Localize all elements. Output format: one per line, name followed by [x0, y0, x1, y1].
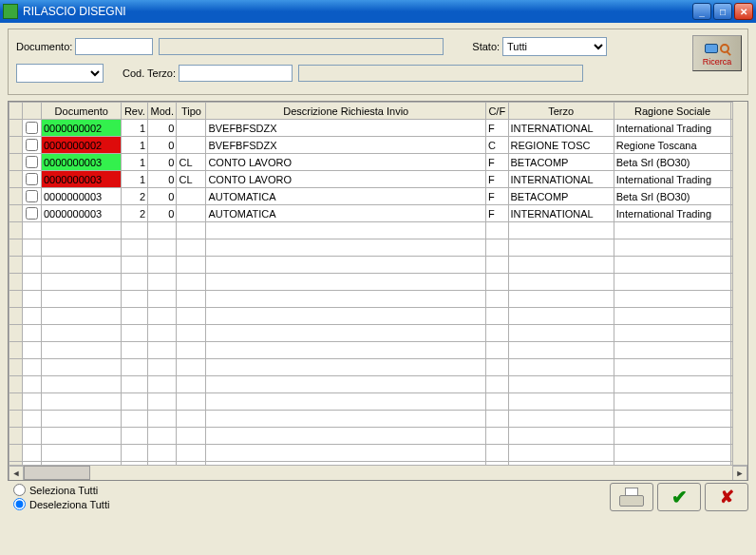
col-terzo[interactable]: Terzo: [508, 103, 614, 120]
cell-mod[interactable]: 0: [148, 154, 177, 171]
cell-descrizione[interactable]: BVEFBFSDZX: [206, 120, 486, 137]
cell-tipo[interactable]: [177, 205, 206, 222]
cell-documento[interactable]: 0000000003: [42, 188, 122, 205]
row-selector[interactable]: [9, 137, 23, 154]
documento-input[interactable]: [75, 38, 153, 55]
table-row[interactable]: 000000000210BVEFBFSDZXFINTERNATIONALInte…: [9, 120, 747, 137]
cell-cf[interactable]: C: [486, 137, 508, 154]
table-row[interactable]: 000000000210BVEFBFSDZXCREGIONE TOSCRegio…: [9, 137, 747, 154]
cell-cf[interactable]: F: [486, 171, 508, 188]
cancel-button[interactable]: ✘: [705, 483, 748, 511]
table-row-empty[interactable]: [9, 342, 747, 359]
cell-ragione[interactable]: Beta Srl (BO30): [614, 154, 731, 171]
cell-rev[interactable]: 2: [122, 205, 148, 222]
cell-descrizione[interactable]: CONTO LAVORO: [206, 171, 486, 188]
cell-terzo[interactable]: INTERNATIONAL: [508, 205, 614, 222]
cell-rev[interactable]: 1: [122, 120, 148, 137]
cell-tipo[interactable]: CL: [177, 154, 206, 171]
cell-cf[interactable]: F: [486, 188, 508, 205]
col-documento[interactable]: Documento: [42, 103, 122, 120]
cell-documento[interactable]: 0000000002: [42, 137, 122, 154]
cell-terzo[interactable]: REGIONE TOSC: [508, 137, 614, 154]
ricerca-button[interactable]: Ricerca: [692, 35, 742, 71]
cell-documento[interactable]: 0000000003: [42, 171, 122, 188]
table-row-empty[interactable]: [9, 428, 747, 445]
row-checkbox[interactable]: [26, 122, 38, 134]
cell-mod[interactable]: 0: [148, 205, 177, 222]
table-row-empty[interactable]: [9, 411, 747, 428]
table-row-empty[interactable]: [9, 257, 747, 274]
cell-rev[interactable]: 1: [122, 171, 148, 188]
cell-ragione[interactable]: Beta Srl (BO30): [614, 188, 731, 205]
table-row-empty[interactable]: [9, 359, 747, 376]
cell-mod[interactable]: 0: [148, 120, 177, 137]
cell-mod[interactable]: 0: [148, 171, 177, 188]
cell-documento[interactable]: 0000000002: [42, 120, 122, 137]
vertical-scrollbar[interactable]: [732, 102, 747, 465]
deseleziona-tutti-radio[interactable]: Deseleziona Tutti: [13, 498, 109, 510]
cod-terzo-input[interactable]: [179, 65, 293, 82]
row-checkbox[interactable]: [26, 207, 38, 220]
cell-tipo[interactable]: [177, 137, 206, 154]
row-selector[interactable]: [9, 120, 23, 137]
cell-rev[interactable]: 1: [122, 137, 148, 154]
cell-cf[interactable]: F: [486, 120, 508, 137]
table-row-empty[interactable]: [9, 325, 747, 342]
cell-cf[interactable]: F: [486, 154, 508, 171]
scroll-right-button[interactable]: ►: [732, 466, 747, 481]
cell-descrizione[interactable]: AUTOMATICA: [206, 205, 486, 222]
results-grid[interactable]: Documento Rev. Mod. Tipo Descrizione Ric…: [8, 101, 748, 481]
cell-ragione[interactable]: Regione Toscana: [614, 137, 731, 154]
table-row-empty[interactable]: [9, 393, 747, 411]
row-checkbox[interactable]: [26, 139, 38, 151]
cell-terzo[interactable]: BETACOMP: [508, 188, 614, 205]
col-mod[interactable]: Mod.: [148, 103, 177, 120]
cell-descrizione[interactable]: BVEFBFSDZX: [206, 137, 486, 154]
cell-tipo[interactable]: CL: [177, 171, 206, 188]
table-row-empty[interactable]: [9, 376, 747, 393]
table-row[interactable]: 000000000320AUTOMATICAFINTERNATIONALInte…: [9, 205, 747, 222]
scroll-thumb[interactable]: [24, 466, 90, 480]
row-selector[interactable]: [9, 171, 23, 188]
cell-tipo[interactable]: [177, 188, 206, 205]
table-row[interactable]: 000000000310CLCONTO LAVOROFINTERNATIONAL…: [9, 171, 747, 188]
col-tipo[interactable]: Tipo: [177, 103, 206, 120]
col-descrizione[interactable]: Descrizione Richiesta Invio: [206, 103, 486, 120]
print-button[interactable]: [610, 483, 653, 511]
row-selector[interactable]: [9, 188, 23, 205]
cell-terzo[interactable]: INTERNATIONAL: [508, 120, 614, 137]
seleziona-tutti-radio[interactable]: Seleziona Tutti: [13, 484, 109, 496]
cell-mod[interactable]: 0: [148, 188, 177, 205]
row-checkbox[interactable]: [26, 156, 38, 168]
confirm-button[interactable]: ✔: [657, 483, 701, 511]
cell-terzo[interactable]: INTERNATIONAL: [508, 171, 614, 188]
cell-tipo[interactable]: [177, 120, 206, 137]
row-selector[interactable]: [9, 154, 23, 171]
table-row-empty[interactable]: [9, 445, 747, 462]
cell-ragione[interactable]: International Trading: [614, 120, 731, 137]
table-row-empty[interactable]: [9, 222, 747, 239]
cell-cf[interactable]: F: [486, 205, 508, 222]
table-row[interactable]: 000000000320AUTOMATICAFBETACOMPBeta Srl …: [9, 188, 747, 205]
row-checkbox[interactable]: [26, 190, 38, 202]
cell-rev[interactable]: 2: [122, 188, 148, 205]
scroll-left-button[interactable]: ◄: [9, 466, 24, 481]
cell-mod[interactable]: 0: [148, 137, 177, 154]
cell-ragione[interactable]: International Trading: [614, 171, 731, 188]
cell-documento[interactable]: 0000000003: [42, 205, 122, 222]
cell-documento[interactable]: 0000000003: [42, 154, 122, 171]
cell-ragione[interactable]: International Trading: [614, 205, 731, 222]
cell-descrizione[interactable]: CONTO LAVORO: [206, 154, 486, 171]
row-checkbox[interactable]: [26, 173, 38, 185]
table-row[interactable]: 000000000310CLCONTO LAVOROFBETACOMPBeta …: [9, 154, 747, 171]
maximize-button[interactable]: □: [713, 3, 732, 20]
minimize-button[interactable]: _: [692, 3, 711, 20]
stato-select[interactable]: Tutti: [502, 37, 607, 56]
table-row-empty[interactable]: [9, 291, 747, 308]
filter-combo[interactable]: [16, 64, 104, 83]
horizontal-scrollbar[interactable]: ◄ ►: [9, 465, 747, 480]
close-button[interactable]: ✕: [734, 3, 753, 20]
table-row-empty[interactable]: [9, 308, 747, 325]
col-cf[interactable]: C/F: [486, 103, 508, 120]
row-selector[interactable]: [9, 205, 23, 222]
